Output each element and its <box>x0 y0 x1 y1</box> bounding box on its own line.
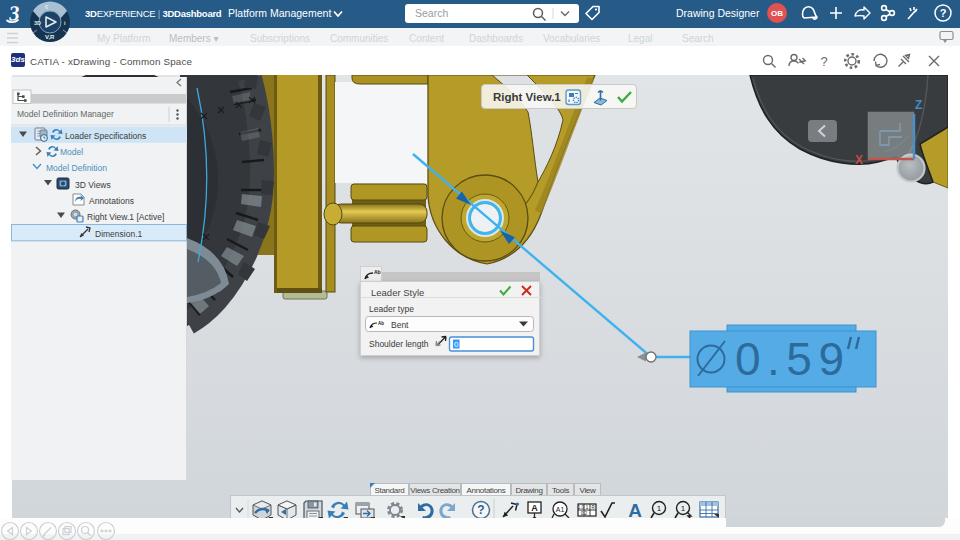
svg-text:1.0: 1.0 <box>578 505 585 510</box>
svg-text:A: A <box>531 503 538 513</box>
svg-text:Platform Management: Platform Management <box>228 7 331 19</box>
svg-text:Search: Search <box>415 7 448 19</box>
svg-text:A1: A1 <box>556 506 565 513</box>
svg-text:1: 1 <box>657 504 662 513</box>
svg-text:?: ? <box>477 503 484 517</box>
svg-text:0.2: 0.2 <box>581 511 588 516</box>
svg-text:Z: Z <box>915 98 922 112</box>
svg-text:3D: 3D <box>34 20 41 26</box>
svg-text:?: ? <box>820 54 827 69</box>
svg-text:1: 1 <box>681 504 686 513</box>
svg-text:Ab: Ab <box>378 321 384 326</box>
svg-text:Drawing Designer: Drawing Designer <box>676 7 760 19</box>
svg-text:V,R: V,R <box>45 34 55 40</box>
svg-text:?: ? <box>940 7 947 19</box>
svg-text:X: X <box>855 153 863 167</box>
svg-text:OB: OB <box>771 9 783 18</box>
svg-text:0: 0 <box>454 340 459 349</box>
svg-text:Ab: Ab <box>374 269 381 275</box>
svg-text:3DEXPERIENCE | 3DDashboard: 3DEXPERIENCE | 3DDashboard <box>85 8 222 19</box>
svg-text:0.59: 0.59 <box>735 333 851 385</box>
